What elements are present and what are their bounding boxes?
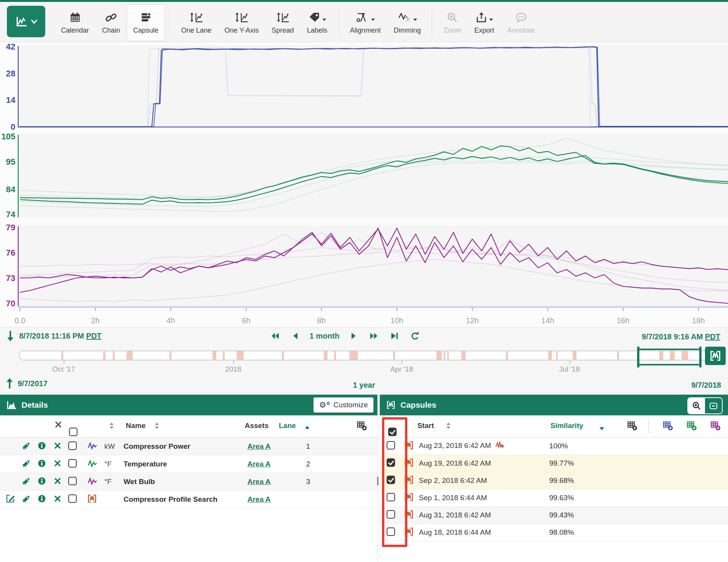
- capsule-row[interactable]: Sep 1, 2018 6:44 AM99.63%: [380, 489, 728, 507]
- customize-button[interactable]: ⚙⚙ Customize: [313, 397, 374, 413]
- toolbar-button-one-y-axis[interactable]: One Y-Axis: [218, 4, 265, 41]
- trend-logo-icon: [15, 15, 28, 28]
- sort-icon[interactable]: [109, 422, 114, 431]
- sort-icon[interactable]: [446, 422, 451, 431]
- capsule-stripe: [170, 351, 171, 360]
- x-tick-label: 2h: [91, 316, 99, 325]
- capsule-checkbox[interactable]: [387, 441, 395, 450]
- capsule-row[interactable]: Aug 18, 2018 6:44 AM98.08%: [380, 524, 728, 541]
- rocket-icon[interactable]: [21, 476, 31, 487]
- details-row[interactable]: Compressor Profile SearchArea A: [0, 491, 377, 508]
- add-stats-table-green-icon[interactable]: [687, 420, 697, 433]
- column-header-similarity[interactable]: Similarity: [550, 422, 583, 430]
- display-range-end-text[interactable]: 9/7/2018 9:16 AM PDT: [642, 332, 720, 341]
- capsule-row[interactable]: Aug 23, 2018 6:42 AM100%: [380, 438, 728, 455]
- toolbar-button-spread[interactable]: Spread: [265, 4, 300, 41]
- step-back-half-button[interactable]: [291, 331, 300, 341]
- capsule-start: Sep 2, 2018 6:42 AM: [419, 476, 487, 485]
- display-range-start-text[interactable]: 8/7/2018 11:16 PM PDT: [19, 332, 102, 341]
- capsule-row[interactable]: Aug 31, 2018 6:42 AM99.43%: [380, 507, 728, 524]
- add-stats-table-purple-icon[interactable]: [710, 420, 721, 433]
- rocket-icon[interactable]: [21, 441, 31, 452]
- details-row[interactable]: °FTemperatureArea A2: [0, 455, 377, 473]
- view-selector-button[interactable]: [7, 6, 45, 37]
- capsule-checkbox[interactable]: [387, 458, 395, 467]
- asset-link[interactable]: Area A: [247, 460, 271, 468]
- x-tick-label: 4h: [166, 316, 175, 325]
- collapse-panel-button[interactable]: [705, 398, 722, 413]
- row-checkbox[interactable]: [68, 459, 77, 468]
- asset-link[interactable]: Area A: [247, 442, 271, 451]
- lane-number: 1: [306, 442, 310, 451]
- display-range-brush[interactable]: [638, 349, 700, 365]
- zoom-to-capsules-button[interactable]: [688, 398, 705, 413]
- details-panel-header: Details ⚙⚙ Customize: [0, 395, 377, 415]
- details-row[interactable]: °FWet BulbArea A3: [0, 473, 377, 491]
- lane-background[interactable]: [18, 45, 728, 127]
- row-checkbox[interactable]: [68, 494, 77, 503]
- remove-all-icon[interactable]: [54, 421, 62, 430]
- capsule-stripe: [103, 351, 105, 360]
- asset-link[interactable]: Area A: [247, 495, 271, 504]
- toolbar-button-dimming[interactable]: Dimming: [387, 4, 427, 41]
- select-all-capsules-checkbox[interactable]: [388, 422, 397, 432]
- main-toolbar: CalendarChainCapsuleOne LaneOne Y-AxisSp…: [0, 2, 728, 42]
- capsule-stripe: [334, 351, 336, 360]
- capsule-checkbox[interactable]: [387, 527, 395, 536]
- capsules-zoom-group: [687, 397, 723, 414]
- edit-icon[interactable]: [5, 494, 15, 505]
- rocket-icon[interactable]: [21, 459, 31, 469]
- remove-icon[interactable]: [54, 442, 61, 451]
- range-start-timezone-link[interactable]: PDT: [86, 332, 102, 340]
- capsule-time-toggle-button[interactable]: [705, 347, 726, 365]
- trend-chart[interactable]: 0142842748495105707376790.02h4h6h8h10h12…: [0, 42, 728, 327]
- overview-timeline-track[interactable]: [19, 350, 710, 360]
- column-header-name[interactable]: Name: [126, 422, 146, 430]
- capsule-checkbox[interactable]: [387, 493, 395, 501]
- step-forward-half-button[interactable]: [349, 331, 358, 341]
- step-to-end-button[interactable]: [389, 331, 399, 341]
- add-column-icon[interactable]: [357, 420, 367, 433]
- toolbar-button-alignment[interactable]: Alignment: [343, 4, 387, 41]
- column-header-start[interactable]: Start: [417, 422, 434, 430]
- brush-left-handle[interactable]: [637, 347, 639, 367]
- toolbar-button-labels[interactable]: Labels: [300, 4, 334, 41]
- toolbar-button-chain[interactable]: Chain: [96, 4, 127, 41]
- info-icon[interactable]: [38, 459, 46, 469]
- info-icon[interactable]: [38, 494, 46, 504]
- info-icon[interactable]: [38, 477, 46, 487]
- capsule-row[interactable]: Aug 19, 2018 6:42 AM99.77%: [380, 455, 728, 472]
- toolbar-button-export[interactable]: Export: [468, 4, 501, 41]
- capsule-icon: [404, 510, 413, 521]
- step-back-full-button[interactable]: [270, 331, 281, 341]
- toolbar-button-calendar[interactable]: Calendar: [54, 4, 96, 41]
- column-header-assets[interactable]: Assets: [245, 422, 268, 430]
- info-icon[interactable]: [38, 441, 46, 451]
- asset-link[interactable]: Area A: [247, 478, 271, 486]
- capsule-similarity: 98.08%: [549, 528, 574, 537]
- refresh-button[interactable]: [409, 331, 420, 341]
- remove-icon[interactable]: [54, 460, 61, 469]
- dimming-icon: [397, 11, 417, 24]
- add-stats-table-blue-icon[interactable]: [663, 420, 673, 433]
- remove-icon[interactable]: [54, 477, 61, 486]
- capsule-checkbox[interactable]: [387, 476, 395, 484]
- add-column-icon[interactable]: [627, 420, 637, 433]
- remove-icon[interactable]: [54, 495, 61, 504]
- capsule-row[interactable]: Sep 2, 2018 6:42 AM99.68%: [380, 472, 728, 489]
- details-row[interactable]: kWCompressor PowerArea A1: [0, 438, 377, 455]
- range-duration-label[interactable]: 1 month: [310, 332, 339, 341]
- timeline-tick: [64, 360, 64, 364]
- sort-icon[interactable]: [154, 422, 160, 431]
- capsule-checkbox[interactable]: [387, 510, 395, 519]
- rocket-icon[interactable]: [21, 494, 31, 505]
- range-end-timezone-link[interactable]: PDT: [705, 332, 720, 341]
- brush-right-handle[interactable]: [699, 347, 702, 367]
- column-header-lane[interactable]: Lane: [279, 422, 296, 430]
- toolbar-button-capsule[interactable]: Capsule: [127, 4, 165, 41]
- row-checkbox[interactable]: [68, 441, 77, 450]
- row-checkbox[interactable]: [68, 477, 77, 485]
- signal-color-icon: [87, 477, 97, 487]
- step-forward-full-button[interactable]: [368, 331, 379, 341]
- toolbar-button-one-lane[interactable]: One Lane: [175, 4, 218, 41]
